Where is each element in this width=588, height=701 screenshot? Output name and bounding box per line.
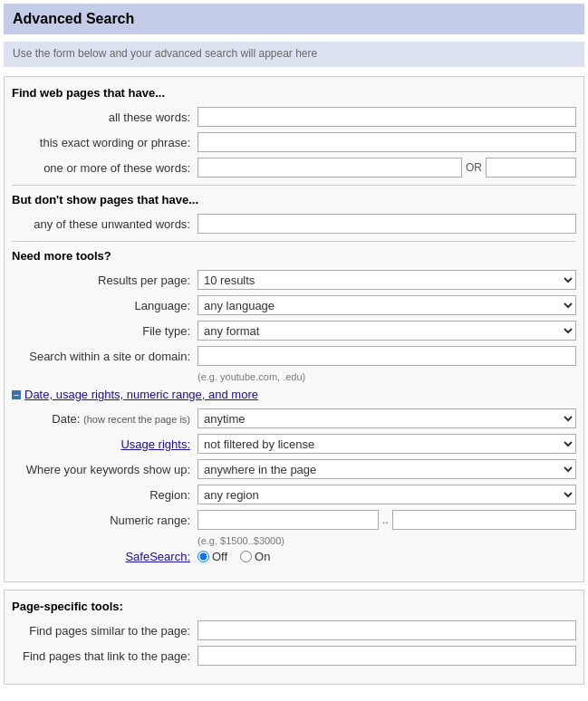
safesearch-on-text: On: [255, 550, 270, 563]
safesearch-off-text: Off: [212, 550, 227, 563]
site-domain-input[interactable]: [198, 346, 576, 366]
file-type-row: File type: any format PDF DOC XLS PPT: [12, 321, 576, 341]
title-bar: Advanced Search: [4, 4, 584, 34]
unwanted-words-label: any of these unwanted words:: [12, 217, 198, 231]
language-select[interactable]: any language English French German Spani…: [198, 295, 576, 315]
date-select[interactable]: anytime past 24 hours past week past mon…: [198, 408, 576, 428]
all-words-input[interactable]: [198, 107, 576, 127]
safesearch-radio-group: Off On: [198, 550, 270, 563]
any-words-or-input[interactable]: [486, 158, 576, 178]
site-domain-hint: (e.g. youtube.com, .edu): [198, 371, 576, 382]
safesearch-off-label[interactable]: Off: [198, 550, 227, 563]
exact-phrase-label: this exact wording or phrase:: [12, 136, 198, 149]
divider-2: [12, 241, 576, 242]
numeric-range-to-input[interactable]: [392, 510, 576, 530]
search-preview: Use the form below and your advanced sea…: [4, 42, 584, 67]
keywords-show-row: Where your keywords show up: anywhere in…: [12, 459, 576, 479]
language-row: Language: any language English French Ge…: [12, 295, 576, 315]
date-label: Date: (how recent the page is): [12, 412, 198, 426]
site-domain-label: Search within a site or domain:: [12, 350, 198, 363]
find-section-heading: Find web pages that have...: [12, 86, 576, 100]
any-words-label: one or more of these words:: [12, 161, 198, 175]
all-words-row: all these words:: [12, 107, 576, 127]
numeric-range-from-input[interactable]: [198, 510, 379, 530]
tools-section-heading: Need more tools?: [12, 249, 576, 263]
numeric-range-hint: (e.g. $1500..$3000): [198, 535, 576, 546]
region-select[interactable]: any region United States United Kingdom …: [198, 485, 576, 504]
keywords-show-label: Where your keywords show up:: [12, 463, 198, 476]
unwanted-words-input[interactable]: [198, 214, 576, 234]
safesearch-label: SafeSearch:: [12, 550, 198, 563]
any-words-row: one or more of these words: OR: [12, 158, 576, 178]
range-separator: ..: [382, 514, 389, 526]
collapse-icon[interactable]: −: [12, 390, 21, 399]
safesearch-on-radio[interactable]: [240, 551, 252, 562]
safesearch-row: SafeSearch: Off On: [12, 550, 576, 563]
unwanted-words-row: any of these unwanted words:: [12, 214, 576, 234]
divider-1: [12, 185, 576, 186]
region-label: Region:: [12, 488, 198, 502]
links-label: Find pages that link to the page:: [12, 649, 198, 663]
links-input[interactable]: [198, 646, 576, 666]
collapse-link[interactable]: Date, usage rights, numeric range, and m…: [24, 388, 258, 401]
page-wrapper: Advanced Search Use the form below and y…: [0, 0, 588, 696]
page-title: Advanced Search: [13, 11, 575, 27]
similar-label: Find pages similar to the page:: [12, 624, 198, 638]
results-per-page-row: Results per page: 10 results 20 results …: [12, 270, 576, 290]
language-label: Language:: [12, 299, 198, 312]
page-tools-heading: Page-specific tools:: [12, 600, 576, 613]
similar-row: Find pages similar to the page:: [12, 620, 576, 640]
exclude-section-heading: But don't show pages that have...: [12, 193, 576, 206]
similar-input[interactable]: [198, 620, 576, 640]
site-domain-row: Search within a site or domain:: [12, 346, 576, 366]
search-preview-text: Use the form below and your advanced sea…: [13, 47, 317, 60]
usage-rights-select[interactable]: not filtered by license free to use or s…: [198, 434, 576, 454]
results-per-page-select[interactable]: 10 results 20 results 30 results 50 resu…: [198, 270, 576, 290]
exact-phrase-row: this exact wording or phrase:: [12, 132, 576, 152]
file-type-label: File type:: [12, 324, 198, 338]
keywords-show-select[interactable]: anywhere in the page in the title in the…: [198, 459, 576, 479]
usage-rights-row: Usage rights: not filtered by license fr…: [12, 434, 576, 454]
exact-phrase-input[interactable]: [198, 132, 576, 152]
numeric-range-label: Numeric range:: [12, 514, 198, 527]
file-type-select[interactable]: any format PDF DOC XLS PPT: [198, 321, 576, 341]
collapse-row: − Date, usage rights, numeric range, and…: [12, 388, 576, 401]
extra-fields: Date: (how recent the page is) anytime p…: [12, 408, 576, 563]
numeric-range-row: Numeric range: ..: [12, 510, 576, 530]
region-row: Region: any region United States United …: [12, 485, 576, 504]
or-label: OR: [466, 161, 482, 174]
safesearch-off-radio[interactable]: [198, 551, 209, 562]
results-per-page-label: Results per page:: [12, 274, 198, 287]
page-tools-section: Page-specific tools: Find pages similar …: [4, 590, 584, 685]
usage-rights-label: Usage rights:: [12, 437, 198, 451]
date-row: Date: (how recent the page is) anytime p…: [12, 408, 576, 428]
all-words-label: all these words:: [12, 110, 198, 124]
any-words-input[interactable]: [198, 158, 462, 178]
main-form-section: Find web pages that have... all these wo…: [4, 76, 584, 582]
links-row: Find pages that link to the page:: [12, 646, 576, 666]
safesearch-on-label[interactable]: On: [240, 550, 270, 563]
